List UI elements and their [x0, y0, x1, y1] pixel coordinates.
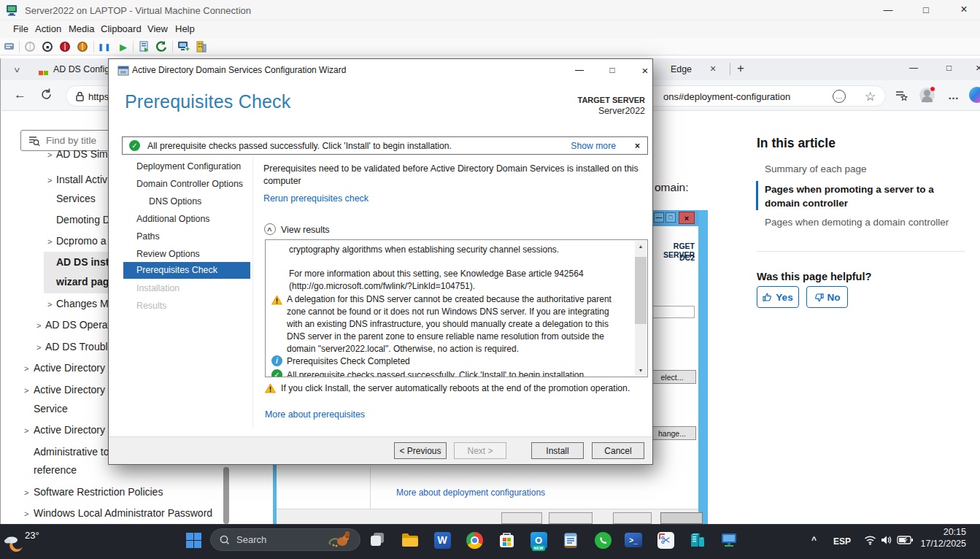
chevron-right-icon[interactable]: > [24, 509, 28, 518]
wizard-maximize-button[interactable]: □ [600, 62, 625, 78]
sidebar-scrollbar[interactable] [223, 467, 229, 524]
enhanced-session-icon[interactable] [177, 40, 190, 53]
wizard-nav-item-selected[interactable]: Prerequisites Check [136, 265, 217, 275]
chevron-right-icon[interactable]: > [47, 176, 52, 185]
microsoft-store-icon[interactable] [497, 531, 516, 550]
menu-media[interactable]: Media [69, 23, 94, 34]
tree-item[interactable]: reference [34, 464, 77, 476]
chevron-right-icon[interactable]: > [47, 300, 52, 309]
tab-title[interactable]: AD DS Config [53, 64, 109, 74]
wizard-close-button[interactable]: × [633, 62, 657, 78]
tree-item[interactable]: Service [34, 403, 68, 415]
new-tab-button[interactable]: + [737, 61, 744, 76]
chevron-right-icon[interactable]: > [36, 321, 41, 330]
start-button[interactable] [184, 531, 203, 550]
chevron-right-icon[interactable]: > [47, 150, 52, 159]
tree-item[interactable]: AD DS Simp [56, 148, 114, 160]
edge-close-button[interactable]: × [976, 61, 980, 74]
chevron-right-icon[interactable]: > [36, 343, 41, 352]
tree-item[interactable]: Changes M [56, 298, 109, 309]
pause-vm-icon[interactable]: ❚❚ [98, 40, 111, 53]
outlook-icon[interactable]: ONEW [529, 531, 548, 550]
ctrl-alt-del-icon[interactable] [3, 40, 16, 53]
menu-view[interactable]: View [147, 23, 168, 34]
toc-item[interactable]: Summary of each page [765, 163, 867, 174]
chevron-right-icon[interactable]: > [24, 364, 28, 373]
hyperv-manager-icon[interactable] [688, 531, 707, 550]
tab-title-tail[interactable]: Edge [671, 64, 692, 74]
edge-minimize-button[interactable]: — [909, 63, 918, 73]
toc-item-active[interactable]: Pages when promoting a server to a domai… [765, 182, 960, 210]
view-results-label[interactable]: View results [281, 225, 330, 235]
tray-chevron-icon[interactable]: ^ [811, 535, 817, 545]
chevron-right-icon[interactable]: > [24, 386, 28, 395]
tray-clock[interactable]: 20:15 17/12/2025 [905, 527, 966, 549]
vm-maximize-button[interactable]: □ [909, 0, 943, 19]
wizard-minimize-button[interactable]: — [567, 62, 592, 78]
edge-menu-icon[interactable]: … [948, 89, 959, 101]
tree-item[interactable]: Dcpromo a [56, 235, 106, 247]
chevron-right-icon[interactable]: > [47, 237, 52, 246]
tree-item[interactable]: Active Directory [34, 362, 105, 374]
start-vm-icon[interactable]: ⏐ [23, 40, 36, 53]
feedback-yes-button[interactable]: Yes [757, 286, 799, 308]
cancel-button[interactable]: Cancel [592, 442, 644, 459]
menu-clipboard[interactable]: Clipboard [101, 23, 142, 34]
whatsapp-icon[interactable] [593, 531, 612, 550]
taskbar-search[interactable]: Search [210, 528, 360, 551]
stop-vm-icon[interactable]: ■ [41, 40, 54, 53]
snipping-tool-icon[interactable] [656, 531, 675, 550]
tray-language[interactable]: ESP [833, 536, 851, 547]
favorites-star-icon[interactable]: ☆ [865, 89, 876, 104]
view-results-toggle-icon[interactable]: > [264, 223, 276, 235]
previous-button[interactable]: < Previous [394, 442, 447, 459]
permissions-icon[interactable]: … [833, 90, 846, 103]
tree-item[interactable]: Active Directory [34, 424, 105, 436]
chevron-right-icon[interactable]: > [24, 488, 28, 497]
results-box[interactable]: cryptography algorithms when establishin… [265, 239, 648, 377]
banner-close-icon[interactable]: × [635, 141, 640, 151]
wizard-nav-item[interactable]: Review Options [136, 249, 200, 259]
install-button[interactable]: Install [531, 442, 584, 459]
wizard-nav-item[interactable]: Domain Controller Options [136, 179, 243, 189]
volume-icon[interactable] [881, 535, 892, 545]
tab-search-dropdown-icon[interactable]: > [9, 63, 24, 77]
menu-help[interactable]: Help [175, 23, 195, 34]
wizard-nav-item[interactable]: Additional Options [136, 214, 210, 224]
wizard-nav-item[interactable]: Paths [136, 231, 160, 242]
powershell-icon[interactable]: >_ [624, 531, 643, 550]
turn-off-icon[interactable]: ⏐ [58, 40, 72, 53]
more-about-prerequisites-link[interactable]: More about prerequisites [265, 409, 365, 420]
copilot-icon[interactable] [969, 87, 980, 103]
settings-icon[interactable] [194, 40, 207, 53]
wizard-nav-item[interactable]: DNS Options [149, 196, 201, 207]
scrollbar-thumb[interactable] [635, 257, 647, 324]
results-scrollbar[interactable]: ▲ ▼ [635, 241, 647, 376]
chevron-right-icon[interactable]: > [24, 426, 28, 435]
weather-widget[interactable]: 23° [3, 527, 69, 558]
word-icon[interactable]: W [433, 531, 452, 550]
tree-item-selected[interactable]: wizard pag [56, 276, 109, 288]
notepad-icon[interactable] [561, 531, 580, 550]
tree-item[interactable]: Active Directory [34, 384, 105, 396]
wizard-nav-item[interactable]: Deployment Configuration [136, 161, 241, 171]
checkpoint-icon[interactable] [137, 40, 150, 53]
tree-item[interactable]: AD DS Trouble [45, 341, 113, 352]
tree-item[interactable]: Install Activ [56, 174, 107, 185]
revert-icon[interactable] [155, 40, 168, 53]
rerun-link[interactable]: Rerun prerequisites check [263, 193, 369, 204]
vm-minimize-button[interactable]: — [871, 0, 905, 19]
file-explorer-icon[interactable] [401, 531, 420, 550]
back-icon[interactable]: ← [14, 88, 26, 102]
collections-icon[interactable] [895, 89, 908, 105]
tree-item[interactable]: Administrative to [34, 446, 109, 458]
scroll-down-icon[interactable]: ▼ [635, 365, 647, 376]
edge-restore-button[interactable]: □ [946, 63, 952, 73]
profile-avatar[interactable] [919, 88, 935, 103]
tab-close-icon[interactable]: × [710, 63, 716, 74]
toc-item[interactable]: Pages when demoting a domain controller [765, 217, 949, 228]
scroll-up-icon[interactable]: ▲ [635, 241, 647, 252]
tree-item[interactable]: Windows Local Administrator Password [34, 507, 212, 519]
tree-item[interactable]: Software Restriction Policies [34, 486, 163, 498]
task-view-icon[interactable] [369, 531, 387, 550]
